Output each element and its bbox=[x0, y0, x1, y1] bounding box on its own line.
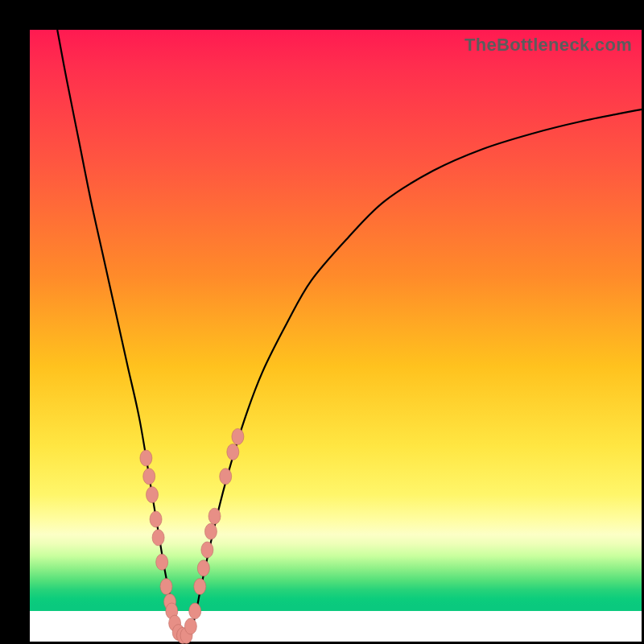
data-dot bbox=[152, 530, 164, 546]
data-dot bbox=[197, 560, 209, 576]
data-dot bbox=[160, 579, 172, 595]
data-dot bbox=[140, 450, 152, 466]
data-dot bbox=[147, 487, 159, 503]
plot-area: TheBottleneck.com bbox=[30, 30, 642, 642]
data-dot bbox=[189, 603, 201, 619]
curve-dots bbox=[140, 428, 244, 643]
curve-layer bbox=[30, 30, 642, 642]
data-dot bbox=[156, 554, 168, 570]
data-dot bbox=[201, 542, 213, 558]
data-dot bbox=[204, 523, 217, 539]
data-dot bbox=[227, 444, 239, 460]
data-dot bbox=[220, 469, 232, 485]
chart-frame: TheBottleneck.com bbox=[0, 0, 644, 644]
data-dot bbox=[143, 469, 155, 485]
bottleneck-curve bbox=[57, 30, 642, 638]
data-dot bbox=[150, 511, 162, 527]
data-dot bbox=[232, 428, 244, 444]
data-dot bbox=[194, 579, 206, 595]
data-dot bbox=[184, 618, 196, 634]
data-dot bbox=[208, 508, 221, 524]
